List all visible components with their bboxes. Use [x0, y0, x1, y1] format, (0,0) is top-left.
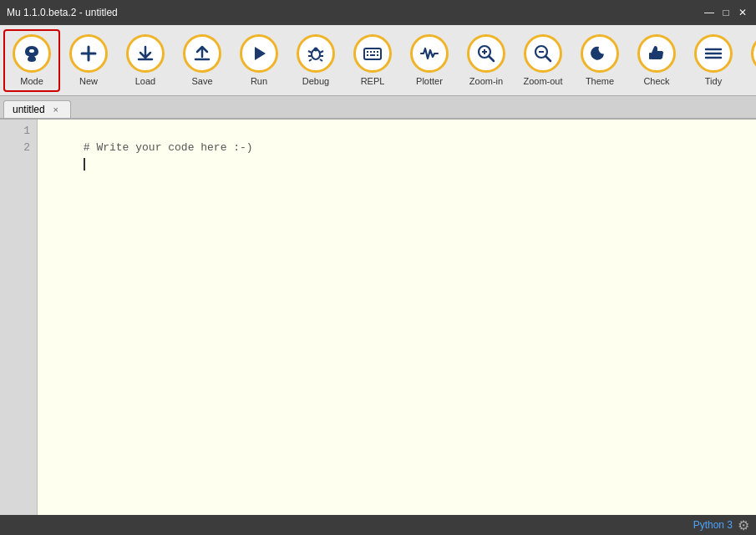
tidy-button[interactable]: Tidy: [685, 29, 742, 92]
line-numbers: 1 2: [0, 120, 38, 515]
svg-line-5: [308, 51, 312, 53]
minimize-button[interactable]: —: [703, 6, 716, 19]
run-label: Run: [251, 76, 267, 86]
load-button[interactable]: Load: [117, 29, 174, 92]
settings-gear-icon[interactable]: ⚙: [738, 517, 749, 533]
svg-line-24: [545, 56, 551, 61]
save-button[interactable]: Save: [174, 29, 231, 92]
help-button[interactable]: ? Help: [742, 29, 756, 92]
theme-label: Theme: [586, 76, 614, 86]
mode-icon: [21, 43, 43, 64]
new-label: New: [79, 76, 98, 86]
line-number-1: 1: [0, 123, 37, 140]
zoom-in-label: Zoom-in: [469, 76, 503, 86]
main-area: 1 2 # Write your code here :-): [0, 120, 756, 515]
zoom-out-button[interactable]: Zoom-out: [515, 29, 571, 92]
debug-button[interactable]: Debug: [287, 29, 344, 92]
plotter-button[interactable]: Plotter: [401, 29, 458, 92]
editor-line-1: # Write your code here :-): [44, 123, 749, 140]
zoom-in-icon: [475, 43, 497, 64]
new-button[interactable]: New: [60, 29, 117, 92]
mode-button[interactable]: Mode: [3, 29, 60, 92]
tidy-label: Tidy: [705, 76, 722, 86]
help-icon-circle: ?: [751, 34, 756, 73]
close-button[interactable]: ✕: [736, 6, 749, 19]
svg-line-6: [320, 51, 323, 53]
window-controls: — □ ✕: [703, 6, 749, 19]
zoom-out-label: Zoom-out: [523, 76, 562, 86]
run-button[interactable]: Run: [231, 29, 287, 92]
tab-close-button[interactable]: ×: [50, 104, 62, 115]
svg-rect-13: [370, 51, 372, 53]
status-bar: Python 3 ⚙: [0, 515, 756, 535]
repl-label: REPL: [361, 76, 385, 86]
file-tab[interactable]: untitled ×: [3, 100, 71, 118]
check-label: Check: [643, 76, 669, 86]
svg-rect-26: [649, 53, 652, 59]
svg-rect-16: [367, 54, 368, 56]
save-icon-circle: [183, 34, 221, 73]
plotter-label: Plotter: [416, 76, 443, 86]
check-icon: [646, 43, 667, 64]
load-icon: [134, 43, 156, 64]
svg-point-4: [314, 48, 318, 52]
save-icon: [191, 43, 213, 64]
mode-label: Mode: [20, 76, 43, 86]
run-icon-circle: [240, 34, 278, 73]
svg-rect-17: [370, 54, 375, 56]
code-editor[interactable]: # Write your code here :-): [38, 120, 756, 515]
tidy-icon-circle: [694, 34, 733, 73]
svg-line-20: [489, 56, 494, 61]
save-label: Save: [191, 76, 212, 86]
svg-line-10: [320, 59, 322, 61]
svg-rect-15: [377, 51, 378, 53]
zoom-in-icon-circle: [467, 34, 505, 73]
new-icon: [78, 43, 99, 64]
debug-icon: [305, 43, 327, 64]
svg-line-9: [309, 59, 312, 61]
theme-icon-circle: [581, 34, 619, 73]
load-label: Load: [135, 76, 155, 86]
svg-marker-2: [255, 47, 266, 60]
tab-name: untitled: [13, 104, 45, 115]
toolbar: Mode New Load Save: [0, 25, 756, 96]
svg-rect-18: [377, 54, 378, 56]
new-icon-circle: [69, 34, 108, 73]
python-version: Python 3: [693, 519, 733, 531]
theme-button[interactable]: Theme: [571, 29, 628, 92]
repl-icon: [362, 43, 383, 64]
zoom-out-icon: [532, 43, 554, 64]
tidy-icon: [703, 43, 724, 64]
window-title: Mu 1.1.0.beta.2 - untitled: [7, 7, 118, 18]
debug-icon-circle: [297, 34, 335, 73]
svg-rect-14: [373, 51, 375, 53]
check-button[interactable]: Check: [628, 29, 685, 92]
run-icon: [248, 43, 270, 64]
line-number-2: 2: [0, 140, 37, 156]
mode-icon-circle: [13, 34, 51, 73]
repl-icon-circle: [353, 34, 392, 73]
zoom-out-icon-circle: [524, 34, 562, 73]
title-bar: Mu 1.1.0.beta.2 - untitled — □ ✕: [0, 0, 756, 25]
maximize-button[interactable]: □: [719, 6, 733, 19]
text-cursor: [84, 158, 85, 171]
plotter-icon-circle: [410, 34, 449, 73]
zoom-in-button[interactable]: Zoom-in: [458, 29, 515, 92]
tab-bar: untitled ×: [0, 96, 756, 120]
svg-rect-12: [367, 51, 368, 53]
theme-icon: [589, 43, 611, 64]
title-text: Mu 1.1.0.beta.2 - untitled: [7, 7, 118, 18]
load-icon-circle: [126, 34, 165, 73]
svg-rect-11: [364, 48, 381, 59]
check-icon-circle: [637, 34, 676, 73]
repl-button[interactable]: REPL: [344, 29, 401, 92]
debug-label: Debug: [302, 76, 329, 86]
plotter-icon: [419, 43, 440, 64]
